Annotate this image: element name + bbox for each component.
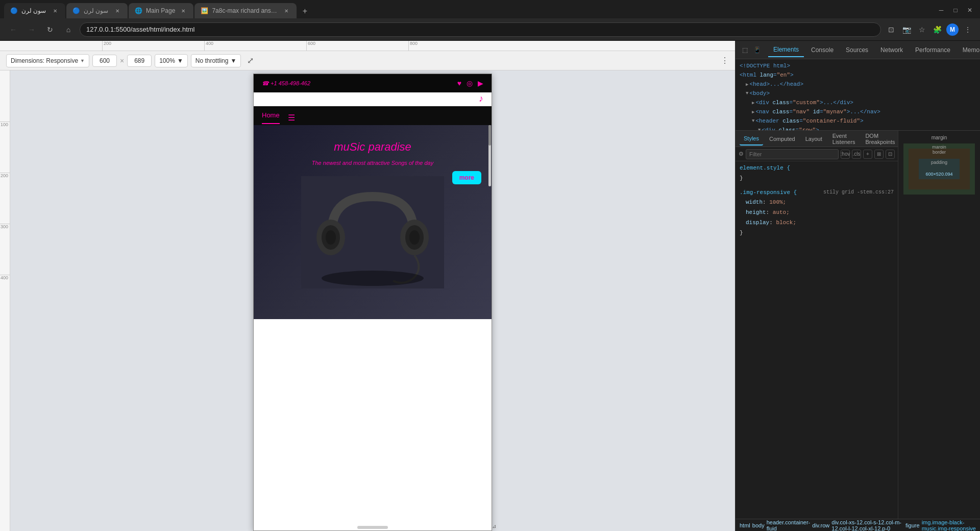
- dom-line-body[interactable]: ▼ <body>: [736, 89, 980, 98]
- styles-tabs-row: Styles Computed Layout Event Listeners D…: [736, 131, 898, 147]
- site-nav-home[interactable]: Home: [262, 111, 280, 124]
- dom-header-text: <header class="container-fluid">: [755, 118, 863, 124]
- styles-tab-dom-bp[interactable]: DOM Breakpoints: [861, 132, 898, 146]
- tab-3[interactable]: 🌐 Main Page ✕: [129, 3, 193, 18]
- forward-button[interactable]: →: [24, 22, 39, 37]
- ruler-mark-200: 200: [102, 41, 111, 51]
- dom-line-nav[interactable]: ▶ <nav class="nav" id="mynav">...</nav>: [736, 107, 980, 116]
- ruler-mark-800: 800: [408, 41, 418, 51]
- bc-img[interactable]: img.image-black-music.img-responsive: [922, 519, 976, 532]
- device-scrollbar[interactable]: [488, 125, 491, 186]
- bm-margin: margin border padding 600×520.094: [903, 143, 975, 195]
- styles-tab-computed[interactable]: Computed: [765, 132, 799, 146]
- add-style-button[interactable]: +: [863, 150, 872, 159]
- address-right-icons: ⊡ 📷 ☆ 🧩 M ⋮: [885, 23, 974, 36]
- extensions-icon[interactable]: 🧩: [931, 23, 943, 36]
- left-ruler: 100 200 300 400: [0, 70, 10, 531]
- tab-1[interactable]: 🔵 سون لرن ✕: [4, 3, 65, 18]
- styles-tab-styles[interactable]: Styles: [740, 132, 763, 146]
- dom-line-head[interactable]: ▶ <head>...</head>: [736, 80, 980, 89]
- bc-figure[interactable]: figure: [905, 522, 920, 528]
- cls-toggle[interactable]: .cls: [852, 150, 861, 159]
- bm-padding-label: padding: [931, 160, 947, 165]
- site-hero-title: muSic paradise: [262, 140, 483, 154]
- dom-line-header[interactable]: ▼ <header class="container-fluid">: [736, 116, 980, 126]
- device-scroll-handle: [488, 125, 491, 146]
- throttle-dropdown[interactable]: No throttling ▼: [191, 54, 241, 67]
- tab-performance[interactable]: Performance: [910, 43, 955, 57]
- bc-divcol[interactable]: div.col-xs-12.col-s-12.col-m-12.col-l-12…: [831, 519, 903, 532]
- dom-head-triangle: ▶: [746, 82, 748, 87]
- styles-tab-event[interactable]: Event Listeners: [828, 132, 860, 146]
- hov-toggle[interactable]: :hov: [841, 150, 850, 159]
- cast-icon[interactable]: ⊡: [885, 23, 897, 36]
- css-img-resp-link[interactable]: stily grid -stem.css:27: [823, 188, 894, 198]
- ruler-mark-v300: 300: [0, 224, 10, 229]
- tab-4[interactable]: 🖼️ 7a8c-max richard answer.PNG (8... ✕: [194, 3, 297, 18]
- throttle-arrow: ▼: [230, 57, 236, 64]
- address-input[interactable]: 127.0.0.1:5500/asset/html/index.html: [80, 22, 881, 37]
- dom-line-html[interactable]: <html lang="en">: [736, 70, 980, 80]
- tab-3-favicon: 🌐: [135, 7, 142, 14]
- reload-button[interactable]: ↻: [43, 22, 57, 37]
- site-nav-menu-icon[interactable]: ☰: [288, 113, 295, 123]
- devtools-panel: ⬚ 📱 Elements Console Sources Network Per…: [735, 41, 980, 531]
- ruler-mark-v400: 400: [0, 275, 10, 280]
- bc-divrow[interactable]: div.row: [812, 522, 829, 528]
- css-img-resp-selector: .img-responsive {: [740, 188, 797, 198]
- dimensions-arrow: ▼: [80, 58, 85, 63]
- dom-nav-triangle: ▶: [752, 109, 754, 115]
- devtools-mobile-icon[interactable]: 📱: [752, 45, 762, 55]
- tab-3-close[interactable]: ✕: [179, 7, 187, 15]
- styles-tab-layout[interactable]: Layout: [801, 132, 826, 146]
- tab-1-close[interactable]: ✕: [51, 7, 59, 15]
- ruler-mark-v200: 200: [0, 173, 10, 178]
- resize-handle[interactable]: ⊿: [491, 522, 498, 529]
- svg-point-7: [322, 271, 424, 286]
- address-bar: ← → ↻ ⌂ 127.0.0.1:5500/asset/html/index.…: [0, 18, 980, 41]
- dom-body-text: <body>: [749, 90, 770, 96]
- tab-4-close[interactable]: ✕: [282, 7, 290, 15]
- maximize-button[interactable]: □: [949, 4, 962, 16]
- minimize-button[interactable]: ─: [935, 4, 947, 16]
- home-button[interactable]: ⌂: [61, 22, 76, 37]
- dom-tree[interactable]: <!DOCTYPE html> <html lang="en"> ▶ <head…: [736, 59, 980, 131]
- site-nav: Home ☰: [254, 106, 492, 124]
- styles-filter-input[interactable]: [746, 149, 839, 159]
- tab-elements[interactable]: Elements: [768, 43, 804, 57]
- toggle-sidebar-button[interactable]: ⊞: [874, 150, 884, 159]
- bc-header[interactable]: header.container-fluid: [767, 519, 811, 532]
- dom-line-row[interactable]: ▼ <div class="row">: [736, 126, 980, 131]
- devtools-pointer-icon[interactable]: ⬚: [740, 45, 750, 55]
- dimensions-dropdown[interactable]: Dimensions: Responsive ▼: [6, 54, 89, 67]
- css-height-prop: height: [746, 209, 766, 215]
- rotate-icon[interactable]: ⤢: [244, 55, 256, 67]
- zoom-dropdown[interactable]: 100% ▼: [155, 54, 188, 67]
- close-window-button[interactable]: ✕: [964, 4, 976, 16]
- responsive-more-button[interactable]: ⋮: [721, 56, 729, 65]
- menu-icon[interactable]: ⋮: [962, 23, 974, 36]
- dom-head-text: <head>...</head>: [749, 81, 803, 87]
- preview-scrollbar[interactable]: [357, 526, 388, 529]
- tab-2[interactable]: 🔵 سون لرن ✕: [66, 3, 128, 18]
- bookmark-icon[interactable]: ☆: [916, 23, 928, 36]
- site-more-button[interactable]: more: [452, 171, 481, 184]
- back-button[interactable]: ←: [6, 22, 20, 37]
- bc-html[interactable]: html: [740, 522, 750, 528]
- dom-line-div-custom[interactable]: ▶ <div class="custom">...</div>: [736, 98, 980, 107]
- bc-body[interactable]: body: [752, 522, 765, 528]
- dom-line-doctype[interactable]: <!DOCTYPE html>: [736, 61, 980, 70]
- width-input[interactable]: [92, 55, 117, 67]
- tab-console[interactable]: Console: [806, 43, 839, 57]
- screenshot-icon[interactable]: 📷: [900, 23, 913, 36]
- more-styles-button[interactable]: ⊡: [886, 150, 895, 159]
- styles-content: element.style { } .img-responsive { stil…: [736, 161, 898, 519]
- tab-memory[interactable]: Memory: [958, 43, 980, 57]
- new-tab-button[interactable]: +: [298, 4, 312, 18]
- tab-network[interactable]: Network: [875, 43, 908, 57]
- height-input[interactable]: [127, 55, 152, 67]
- tab-sources[interactable]: Sources: [841, 43, 873, 57]
- tab-2-close[interactable]: ✕: [113, 7, 121, 15]
- profile-icon[interactable]: M: [946, 23, 959, 36]
- dom-html-text: <html lang="en">: [740, 72, 794, 78]
